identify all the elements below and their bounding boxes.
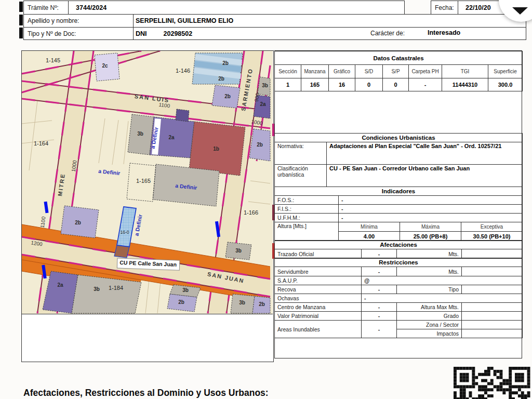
- col-header: Sección: [275, 65, 301, 78]
- fis-value: -: [339, 205, 523, 214]
- map-label: 2b: [257, 142, 263, 148]
- scan-tick: [19, 15, 23, 25]
- areas-value: -: [362, 321, 397, 338]
- fis-label: F.I.S.:: [275, 205, 339, 214]
- map-label: 3b: [137, 131, 143, 137]
- recova-value: -: [362, 285, 397, 294]
- altura-min-header: Mínima: [339, 222, 400, 232]
- tramite-value: 3744/2024: [69, 4, 107, 11]
- doc-label: Tipo y Nº de Doc:: [24, 30, 133, 37]
- datos-title: Datos Catastrales: [275, 51, 523, 65]
- col-header: Gráfico: [329, 65, 355, 78]
- trazado-unit: Mts.: [397, 249, 462, 259]
- restricciones-table: Restricciones Servidumbre - Mts. S.A.U.P…: [274, 258, 523, 338]
- valor-blank: [462, 312, 523, 321]
- map-label: 2b: [75, 220, 81, 225]
- apellido-value: SERPELLINI, GUILLERMO ELIO: [133, 17, 233, 24]
- col-header: S/D: [355, 65, 383, 78]
- fecha-label: Fecha:: [431, 1, 458, 14]
- ufhm-value: -: [339, 214, 523, 222]
- areas-label: Areas Inundables: [275, 321, 362, 338]
- cadastral-map: SAN LUISMITRESARMIENTOSAN JUAN1100100090…: [22, 51, 273, 314]
- col-header: Superficie: [488, 65, 523, 78]
- map-label: 2c: [102, 63, 108, 69]
- map-label: 1-184: [109, 285, 123, 291]
- saup-value: @: [362, 276, 523, 285]
- caracter-label: Carácter de:: [370, 30, 405, 37]
- scan-tick: [19, 28, 23, 38]
- footer-title: Afectaciones, Restricciones al Dominio y…: [23, 388, 269, 398]
- col-header: Carpeta PH: [409, 65, 442, 78]
- map-label: 3b: [235, 248, 242, 254]
- cadastral-data-panel: Datos Catastrales Sección Manzana Gráfic…: [274, 50, 522, 358]
- valor-label: Valor Patrimonial: [275, 312, 362, 321]
- cell-sd: 0: [355, 78, 383, 91]
- areas-unit2: Impactos: [397, 329, 462, 338]
- doc-tipo: DNI: [133, 30, 147, 37]
- fecha-value: 22/10/20: [458, 4, 491, 11]
- altura-label: Altura [Mts.]: [275, 222, 339, 241]
- col-header: Manzana: [301, 65, 329, 78]
- cell-superficie: 300.0: [488, 78, 523, 91]
- header-person-box: Apellido y nombre: SERPELLINI, GUILLERMO…: [23, 14, 526, 40]
- ochavas-value: -: [362, 294, 523, 303]
- restricciones-title: Restricciones: [275, 258, 523, 267]
- col-header: TGI: [442, 65, 488, 78]
- altura-exc-header: Exceptiva: [461, 222, 523, 232]
- map-label: 1-145: [46, 57, 60, 63]
- caracter-value: Interesado: [428, 29, 460, 36]
- altura-min-value: 4.00: [339, 232, 400, 241]
- altura-max-value: 25.00 (PB+8): [400, 232, 461, 241]
- indicadores-title: Indicadores: [275, 187, 523, 196]
- fos-label: F.O.S.:: [275, 196, 339, 205]
- tramite-label: Trámite Nº:: [24, 1, 69, 14]
- cell-sp: 0: [383, 78, 409, 91]
- normativa-value: Adaptaciones al Plan Especial "Calle San…: [327, 142, 523, 165]
- afectaciones-table: Afectaciones Trazado Oficial - Mts.: [274, 240, 523, 259]
- fos-value: -: [339, 196, 523, 205]
- areas-blank1: [462, 321, 523, 329]
- map-label: 2b: [178, 299, 184, 305]
- servidumbre-blank: [462, 267, 523, 276]
- map-label: 2b: [218, 76, 224, 82]
- altura-max-header: Máxima: [400, 222, 461, 232]
- header-row-tramite: Trámite Nº: 3744/2024: [23, 1, 405, 15]
- clasificacion-value: CU - PE San Juan - Corredor Urbano calle…: [327, 165, 523, 187]
- map-label: 2a: [168, 135, 175, 140]
- map-label: 2b: [224, 94, 231, 99]
- saup-label: S.A.U.P.: [275, 276, 362, 285]
- centro-label: Centro de Manzana: [275, 303, 362, 312]
- datos-catastrales-table: Datos Catastrales Sección Manzana Gráfic…: [274, 51, 523, 91]
- qr-code: [454, 367, 530, 399]
- servidumbre-value: -: [362, 267, 397, 276]
- centro-value: -: [362, 303, 397, 312]
- normativa-label: Normativa:: [275, 142, 327, 165]
- map-label: 1-166: [244, 209, 258, 216]
- centro-unit: Altura Max Mts.: [397, 303, 462, 312]
- document-page: Trámite Nº: 3744/2024 Fecha: 22/10/20 Ap…: [0, 0, 532, 399]
- condiciones-title: Condiciones Urbanisticas: [275, 134, 523, 142]
- cell-tgi: 11444310: [442, 78, 488, 91]
- chevron-down-icon: [512, 7, 528, 15]
- ufhm-label: U.F.H.M.:: [275, 214, 339, 222]
- map-label: 1-146: [176, 68, 190, 74]
- doc-numero: 20298502: [147, 30, 193, 37]
- recova-label: Recova: [275, 285, 362, 294]
- valor-value: -: [362, 312, 397, 321]
- afectaciones-title: Afectaciones: [275, 241, 523, 249]
- recova-unit: Tipo: [397, 285, 462, 294]
- col-header: S/P: [383, 65, 409, 78]
- map-label: 2b: [222, 60, 229, 66]
- condiciones-table: Condiciones Urbanisticas Normativa: Adap…: [274, 133, 523, 187]
- recova-blank: [462, 285, 523, 294]
- trazado-label: Trazado Oficial: [275, 249, 362, 259]
- header-row-doc: Tipo y Nº de Doc: DNI 20298502 Carácter …: [24, 28, 526, 40]
- areas-blank2: [462, 329, 523, 338]
- map-label: 2a: [57, 282, 63, 288]
- ochavas-label: Ochavas: [275, 294, 362, 303]
- altura-exc-value: 30.50 (PB+10): [461, 232, 523, 241]
- apellido-label: Apellido y nombre:: [24, 17, 133, 24]
- map-label: 1b: [213, 146, 219, 152]
- scan-tick: [19, 2, 23, 12]
- map-label: 3b: [182, 287, 189, 293]
